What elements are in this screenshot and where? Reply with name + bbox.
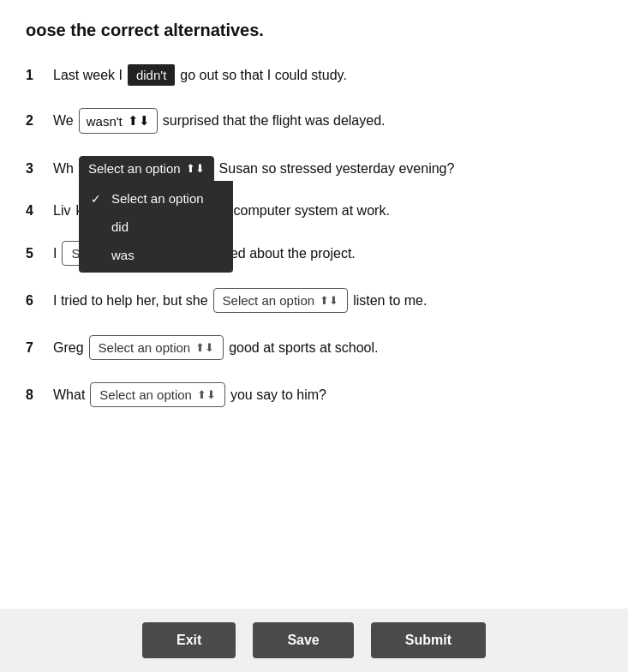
q2-number: 2 xyxy=(26,113,45,129)
q3-number: 3 xyxy=(26,161,45,177)
q1-answer: didn't xyxy=(128,64,175,86)
q6-arrow-icon: ⬆⬇ xyxy=(320,294,338,307)
q7-before: Greg xyxy=(53,340,84,356)
q3-option-select[interactable]: ✓ Select an option xyxy=(79,184,233,213)
q7-value: Select an option xyxy=(99,340,191,355)
q3-arrow-icon: ⬆⬇ xyxy=(186,162,205,175)
q3-option-did[interactable]: did xyxy=(79,213,233,241)
q2-select[interactable]: wasn't ⬆⬇ xyxy=(79,108,158,134)
q7-after: good at sports at school. xyxy=(229,340,378,356)
q3-select[interactable]: Select an option ⬆⬇ xyxy=(79,156,214,181)
q3-option-label-2: was xyxy=(111,248,135,262)
exit-button[interactable]: Exit xyxy=(142,622,236,658)
q6-after: listen to me. xyxy=(353,293,427,309)
footer-bar: Exit Save Submit xyxy=(0,609,628,672)
q8-arrow-icon: ⬆⬇ xyxy=(197,388,216,401)
question-row-7: 7 Greg Select an option ⬆⬇ good at sport… xyxy=(26,335,602,360)
q2-before: We xyxy=(53,113,74,129)
q6-value: Select an option xyxy=(223,293,315,308)
q3-checkmark-icon: ✓ xyxy=(91,192,105,206)
submit-button[interactable]: Submit xyxy=(371,622,486,658)
q2-value: wasn't xyxy=(87,114,123,129)
q3-option-label-0: Select an option xyxy=(111,191,204,206)
q5-number: 5 xyxy=(26,246,45,261)
question-row-1: 1 Last week I didn't go out so that I co… xyxy=(26,64,602,86)
q3-dropdown-wrapper: Select an option ⬆⬇ ✓ Select an option d… xyxy=(79,156,214,181)
q3-option-was[interactable]: was xyxy=(79,241,233,269)
q1-after: go out so that I could study. xyxy=(180,68,347,83)
q3-value: Select an option xyxy=(88,161,181,176)
q3-option-label-1: did xyxy=(111,219,129,234)
q8-value: Select an option xyxy=(99,387,192,402)
q4-before: Liv xyxy=(53,203,70,219)
q5-before: I xyxy=(53,246,57,261)
q1-number: 1 xyxy=(26,68,45,83)
q3-before: Wh xyxy=(53,161,74,177)
save-button[interactable]: Save xyxy=(253,622,353,658)
q3-after: Susan so stressed yesterday evening? xyxy=(219,161,455,177)
q4-number: 4 xyxy=(26,203,45,219)
q2-after: surprised that the flight was delayed. xyxy=(163,113,386,129)
q6-number: 6 xyxy=(26,293,45,309)
q1-before: Last week I xyxy=(53,68,123,83)
q2-arrow-icon: ⬆⬇ xyxy=(128,113,150,129)
question-row-3: 3 Wh Select an option ⬆⬇ ✓ Select an opt… xyxy=(26,156,602,181)
question-row-6: 6 I tried to help her, but she Select an… xyxy=(26,288,602,313)
q8-number: 8 xyxy=(26,387,45,403)
q8-after: you say to him? xyxy=(230,387,326,403)
q6-before: I tried to help her, but she xyxy=(53,293,208,309)
q8-select[interactable]: Select an option ⬆⬇ xyxy=(90,382,225,407)
question-row-8: 8 What Select an option ⬆⬇ you say to hi… xyxy=(26,382,602,407)
q6-select[interactable]: Select an option ⬆⬇ xyxy=(213,288,349,313)
page-title: oose the correct alternatives. xyxy=(26,21,602,40)
q8-before: What xyxy=(53,387,85,403)
page-container: oose the correct alternatives. 1 Last we… xyxy=(0,0,628,672)
q7-number: 7 xyxy=(26,340,45,356)
q7-select[interactable]: Select an option ⬆⬇ xyxy=(89,335,224,360)
q7-arrow-icon: ⬆⬇ xyxy=(195,341,214,354)
q3-dropdown-menu: ✓ Select an option did was xyxy=(79,181,233,273)
question-row-2: 2 We wasn't ⬆⬇ surprised that the flight… xyxy=(26,108,602,134)
